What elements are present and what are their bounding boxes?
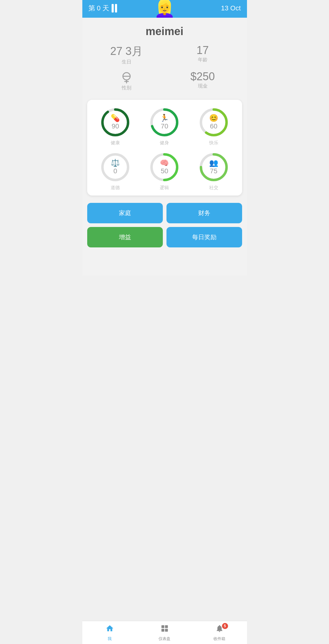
stat-number-logic: 50 <box>161 167 168 175</box>
nav-item-me[interactable]: 我 <box>82 621 137 644</box>
stat-inner-fitness: 🏃 70 <box>160 114 169 130</box>
age-item: 17 年龄 <box>165 44 241 65</box>
stat-circle-moral: ⚖️ 0 <box>100 152 131 182</box>
header-date: 13 Oct <box>221 4 241 12</box>
stat-emoji-health: 💊 <box>111 114 120 122</box>
stat-number-social: 75 <box>210 167 217 175</box>
stat-emoji-happy: 😊 <box>209 114 218 122</box>
stats-grid: 💊 90 健康 🏃 70 健身 <box>92 107 237 191</box>
nav-item-inbox[interactable]: 5 收件箱 <box>192 621 247 644</box>
pause-icon[interactable] <box>112 4 117 13</box>
stat-circle-fitness: 🏃 70 <box>149 107 180 138</box>
header-left: 第 0 天 <box>88 4 117 13</box>
main-content: meimei 27 3月 生日 17 年龄 性别 <box>82 18 247 275</box>
stat-number-health: 90 <box>112 122 119 130</box>
bottom-nav: 我 仪表盘 5 收件箱 <box>82 621 247 644</box>
stat-circle-logic: 🧠 50 <box>149 152 180 182</box>
birthday-label: 生日 <box>88 59 165 65</box>
stat-label-moral: 道德 <box>111 185 120 191</box>
gender-icon <box>120 70 133 84</box>
cash-value: $250 <box>165 70 241 83</box>
svg-rect-5 <box>165 625 168 628</box>
stat-item-fitness: 🏃 70 健身 <box>141 107 188 146</box>
stat-emoji-fitness: 🏃 <box>160 114 169 122</box>
stat-item-happy: 😊 60 快乐 <box>190 107 237 146</box>
stat-label-happy: 快乐 <box>209 140 218 146</box>
buttons-grid: 家庭 财务 增益 每日奖励 <box>82 199 247 251</box>
stat-inner-logic: 🧠 50 <box>160 159 169 175</box>
stat-circle-happy: 😊 60 <box>198 107 229 138</box>
stat-label-social: 社交 <box>209 185 218 191</box>
age-label: 年龄 <box>165 57 241 63</box>
birthday-value: 27 3月 <box>88 44 165 59</box>
stat-number-happy: 60 <box>210 122 217 130</box>
stat-label-fitness: 健身 <box>160 140 169 146</box>
profile-info-grid: 27 3月 生日 17 年龄 <box>88 44 241 65</box>
daily-reward-button[interactable]: 每日奖励 <box>166 227 242 247</box>
stat-label-logic: 逻辑 <box>160 185 169 191</box>
stat-emoji-logic: 🧠 <box>160 159 169 167</box>
stats-card: 💊 90 健康 🏃 70 健身 <box>87 100 242 196</box>
stat-inner-social: 👥 75 <box>209 159 218 175</box>
family-button[interactable]: 家庭 <box>87 203 163 223</box>
stat-item-health: 💊 90 健康 <box>92 107 139 146</box>
cash-label: 现金 <box>165 83 241 89</box>
stat-item-moral: ⚖️ 0 道德 <box>92 152 139 191</box>
stat-number-moral: 0 <box>113 167 117 175</box>
stat-emoji-social: 👥 <box>209 159 218 167</box>
nav-label-me: 我 <box>108 636 112 642</box>
stat-label-health: 健康 <box>111 140 120 146</box>
svg-rect-7 <box>165 629 168 631</box>
avatar[interactable]: 👱‍♀️ <box>154 0 175 17</box>
profile-name: meimei <box>88 25 241 38</box>
stat-inner-moral: ⚖️ 0 <box>111 159 120 175</box>
home-icon <box>105 624 114 635</box>
stat-number-fitness: 70 <box>161 122 168 130</box>
cash-section: $250 现金 <box>165 70 241 91</box>
age-value: 17 <box>165 44 241 57</box>
inbox-badge: 5 <box>222 623 228 629</box>
boost-button[interactable]: 增益 <box>87 227 163 247</box>
nav-item-dashboard[interactable]: 仪表盘 <box>137 621 192 644</box>
profile-bottom-grid: 性别 $250 现金 <box>88 70 241 91</box>
gender-section: 性别 <box>88 70 165 91</box>
profile-section: meimei 27 3月 生日 17 年龄 性别 <box>82 18 247 96</box>
stat-item-social: 👥 75 社交 <box>190 152 237 191</box>
nav-label-dashboard: 仪表盘 <box>159 636 170 642</box>
finance-button[interactable]: 财务 <box>166 203 242 223</box>
header: 第 0 天 👱‍♀️ 13 Oct <box>82 0 247 18</box>
stat-emoji-moral: ⚖️ <box>111 159 120 167</box>
stat-circle-social: 👥 75 <box>198 152 229 182</box>
day-label: 第 0 天 <box>88 4 109 13</box>
stat-circle-health: 💊 90 <box>100 107 131 138</box>
nav-label-inbox: 收件箱 <box>213 636 225 642</box>
stat-inner-health: 💊 90 <box>111 114 120 130</box>
svg-rect-6 <box>161 629 164 631</box>
svg-rect-4 <box>161 625 164 628</box>
gender-label: 性别 <box>88 85 165 91</box>
stat-inner-happy: 😊 60 <box>209 114 218 130</box>
dashboard-icon <box>160 624 169 635</box>
birthday-item: 27 3月 生日 <box>88 44 165 65</box>
stat-item-logic: 🧠 50 逻辑 <box>141 152 188 191</box>
